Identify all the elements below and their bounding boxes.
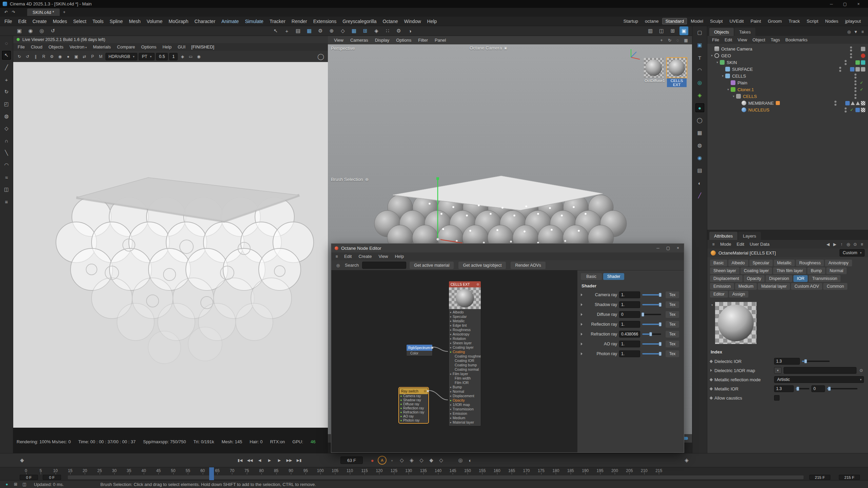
node-input-port[interactable]: Coating IOR	[449, 359, 481, 363]
layout-button[interactable]: Paint	[748, 18, 764, 24]
render-picture-viewer-icon[interactable]: ▦	[305, 26, 314, 35]
node-input-port[interactable]: Transmission	[449, 407, 481, 411]
object-name[interactable]: SKIN	[727, 60, 737, 65]
metallic-ior-field[interactable]: 1.3	[774, 385, 794, 392]
shader-channel-tab[interactable]: Opacity	[744, 275, 765, 282]
next-key-button[interactable]: ▶▶	[285, 456, 294, 465]
search-icon[interactable]: ◎	[846, 28, 852, 35]
object-manager-menu-item[interactable]: Tags	[768, 37, 783, 42]
live-viewer-menu-item[interactable]: Objects	[45, 44, 66, 49]
panel-tab[interactable]: Layers	[738, 232, 761, 240]
pan-view-icon[interactable]: +	[658, 37, 665, 44]
workplane-icon[interactable]: ▦	[350, 26, 358, 35]
node-editor-titlebar[interactable]: Octane Node Editor ─▢×	[331, 244, 684, 252]
pause-render-icon[interactable]: ∥	[32, 53, 39, 60]
shader-channel-tab[interactable]: Dispersion	[766, 275, 792, 282]
viewport-menu-item[interactable]: Display	[372, 38, 393, 43]
param-expander-icon[interactable]	[581, 313, 583, 316]
layout-button[interactable]: octane	[642, 18, 662, 24]
menu-item[interactable]: MoGraph	[165, 19, 191, 24]
node-input-port[interactable]: Refraction ray	[399, 410, 428, 414]
light-object-icon[interactable]: ◐	[695, 179, 704, 187]
new-document-button[interactable]: +	[61, 9, 68, 16]
shader-channel-tab[interactable]: Editor	[710, 291, 728, 298]
panel-tab[interactable]: Takes	[734, 28, 755, 36]
layout-button[interactable]: jplayout	[842, 18, 864, 24]
dielectric-map-field[interactable]	[784, 367, 856, 374]
tool-options-icon[interactable]: ◑	[406, 26, 414, 35]
layout-button[interactable]: Model	[688, 18, 706, 24]
smooth-tool-icon[interactable]: ◠	[2, 161, 11, 169]
node-input-port[interactable]: Emission	[449, 411, 481, 416]
menu-item[interactable]: Octane	[380, 19, 401, 24]
menu-item[interactable]: Edit	[15, 19, 29, 24]
param-expander-icon[interactable]	[710, 369, 712, 372]
object-tag-icon[interactable]	[861, 54, 865, 58]
menu-item[interactable]: File	[1, 19, 15, 24]
select-tool-icon[interactable]: ↖	[2, 51, 11, 60]
snap-settings-icon[interactable]: ◈	[372, 26, 381, 35]
visibility-dots[interactable]	[850, 46, 852, 52]
material-thumbnail[interactable]	[644, 58, 664, 78]
zoom-tool-icon[interactable]: ◌	[2, 39, 11, 47]
param-slider[interactable]	[642, 304, 661, 305]
node-input-port[interactable]: Bump	[449, 385, 481, 389]
node-editor-menu-item[interactable]: Help	[391, 254, 407, 259]
node-input-port[interactable]: Coating normal	[449, 367, 481, 372]
map-type-dropdown[interactable]: ▾	[774, 367, 782, 374]
preview-end-field[interactable]: 215 F	[809, 475, 830, 480]
snap-magnet-icon[interactable]: ◈	[682, 456, 691, 465]
object-tag-icon[interactable]	[861, 101, 865, 105]
range-end-field[interactable]: 215 F	[839, 475, 860, 480]
node-input-port[interactable]: Displacement	[449, 394, 481, 398]
menu-item[interactable]: Tracker	[267, 19, 289, 24]
shader-channel-tab[interactable]: Bump	[807, 267, 825, 274]
menu-item[interactable]: Extensions	[310, 19, 339, 24]
menu-item[interactable]: Help	[424, 19, 440, 24]
texture-button[interactable]: Tex	[666, 301, 679, 308]
comb-tool-icon[interactable]: ≡	[2, 197, 11, 206]
node-editor-burger-icon[interactable]: ≡	[333, 253, 340, 260]
object-tag-icon[interactable]	[845, 101, 850, 105]
object-tag-icon[interactable]	[861, 67, 865, 72]
search-icon[interactable]: ◎	[845, 241, 852, 248]
expand-toggle-icon[interactable]: ▾	[731, 95, 736, 98]
metallic-ior-slider[interactable]	[796, 388, 809, 389]
param-value-field[interactable]: 1.	[619, 301, 640, 308]
texture-button[interactable]: Tex	[666, 291, 679, 298]
live-viewer-menu-item[interactable]: Materials	[90, 44, 114, 49]
menu-item[interactable]: Simulate	[242, 19, 266, 24]
visibility-dots[interactable]	[839, 67, 841, 72]
layout-quad-view-icon[interactable]: ⊞	[668, 26, 677, 35]
object-tree-row[interactable]: ▾ CELLS	[707, 93, 868, 100]
node-header[interactable]: Ray switch ⊙	[399, 388, 428, 394]
object-tag-icon[interactable]	[861, 60, 865, 65]
node-input-port[interactable]: Material layer	[449, 420, 481, 425]
close-button[interactable]: ×	[677, 246, 679, 250]
visibility-dots[interactable]	[834, 101, 836, 106]
param-value-field[interactable]: 0	[619, 311, 640, 318]
expand-toggle-icon[interactable]: ▾	[709, 54, 714, 57]
object-manager-menu-item[interactable]: File	[709, 37, 722, 42]
object-manager-menu-item[interactable]: Edit	[722, 37, 735, 42]
record-button[interactable]: ●	[368, 456, 377, 465]
node-input-port[interactable]: Metallic	[449, 319, 481, 323]
object-tag-icon[interactable]	[855, 108, 860, 112]
object-tag-icon[interactable]	[855, 67, 860, 72]
cube-primitive-icon[interactable]: ▣	[695, 41, 704, 49]
object-tag-icon[interactable]	[850, 67, 854, 72]
texture-button[interactable]: Tex	[666, 311, 679, 318]
material-preview[interactable]: OctDiffuse1	[644, 58, 664, 87]
brush-tool-icon[interactable]: ╱	[2, 63, 11, 72]
record-rotation-icon[interactable]: ◇	[417, 456, 426, 465]
viewport-menu-item[interactable]: Filter	[415, 38, 431, 43]
attribute-menu-item[interactable]: Edit	[734, 242, 747, 247]
node-editor-menu-item[interactable]: Create	[355, 254, 375, 259]
pin-tool-icon[interactable]: ◍	[2, 112, 11, 121]
node-input-port[interactable]: Anisotropy	[449, 332, 481, 337]
object-tree-row[interactable]: Plain ✓	[707, 79, 868, 86]
shader-channel-tab[interactable]: Transmission	[809, 275, 841, 282]
map-picker-icon[interactable]: ⊙	[859, 367, 864, 374]
layout-button[interactable]: Nodes	[822, 18, 841, 24]
node-input-port[interactable]: Diffuse ray	[399, 402, 428, 406]
